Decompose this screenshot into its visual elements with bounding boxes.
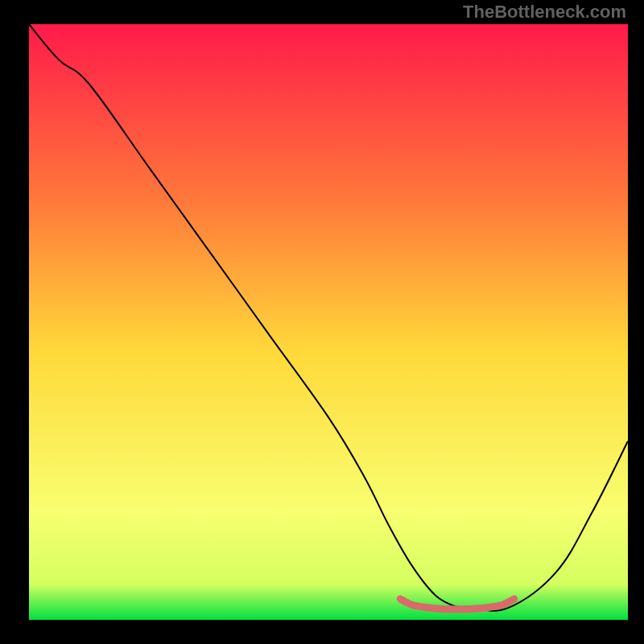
plot-background: [29, 24, 628, 620]
bottleneck-chart: [0, 0, 644, 644]
attribution-text: TheBottleneck.com: [463, 2, 626, 23]
chart-root: TheBottleneck.com: [0, 0, 644, 644]
